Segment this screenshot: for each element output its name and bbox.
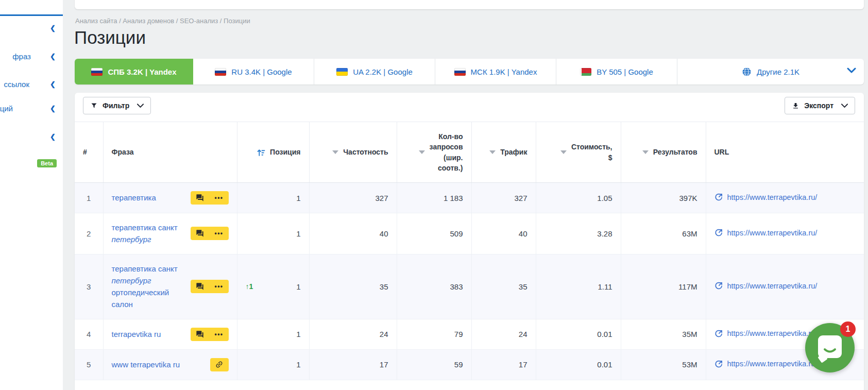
region-tab-label: UA 2.2K | Google <box>353 67 413 76</box>
sort-triangle-icon[interactable] <box>489 150 496 154</box>
column-header-url: URL <box>706 122 864 183</box>
sort-triangle-icon[interactable] <box>560 150 567 154</box>
badge-more-button[interactable]: ••• <box>210 191 229 205</box>
url-link[interactable]: https://www.terrapevtika.ru/ <box>714 281 818 290</box>
results-cell: 35M <box>621 319 706 349</box>
region-tab-label: Другие 2.1K <box>757 67 799 76</box>
phrase-link[interactable]: терапевтика санкт петербург ортопедическ… <box>112 263 186 311</box>
column-header-frequency[interactable]: Частотность <box>309 122 397 183</box>
row-number-cell: 1 <box>75 183 103 213</box>
column-header-label: Трафик <box>500 147 527 157</box>
chevron-down-icon[interactable] <box>847 67 856 74</box>
flag-ru-icon <box>454 68 466 76</box>
sidebar-item-label: фраз <box>12 52 31 61</box>
url-text: https://www.terrapevtika.ru/ <box>727 360 818 368</box>
region-tab[interactable]: МСК 1.9K | Yandex <box>435 59 556 84</box>
phrase-text: terrapevtika ru <box>112 330 161 338</box>
cost-cell: 3.28 <box>536 213 621 255</box>
chevron-down-icon <box>137 104 144 108</box>
sort-triangle-icon[interactable] <box>332 150 338 154</box>
cost-cell: 0.01 <box>536 319 621 349</box>
table-row: 4terrapevtika ru•••12479240.0135Mhttps:/… <box>75 319 864 349</box>
frequency-cell: 17 <box>309 349 397 380</box>
phrase-link[interactable]: www terrapevtika ru <box>112 359 206 370</box>
url-text: https://www.terrapevtika.ru/ <box>727 229 818 237</box>
region-tab-label: МСК 1.9K | Yandex <box>471 67 537 76</box>
phrase-link[interactable]: terrapevtika ru <box>112 328 186 340</box>
phrase-text: терапевтика санкт <box>112 264 178 273</box>
url-link[interactable]: https://www.terrapevtika.ru/ <box>714 360 818 368</box>
chain-link-icon <box>215 360 224 369</box>
region-tab-label: СПБ 3.2K | Yandex <box>108 67 176 76</box>
top-card-edge <box>75 0 864 9</box>
sidebar-item[interactable]: ссылок❮ <box>0 80 63 91</box>
url-link[interactable]: https://www.terrapevtika.ru/ <box>714 228 818 237</box>
sidebar-item[interactable]: ❮ <box>0 24 63 35</box>
phrase-link[interactable]: терапевтика <box>112 192 186 204</box>
export-button-label: Экспорт <box>804 101 833 110</box>
region-tab[interactable]: RU 3.4K | Google <box>193 59 314 84</box>
phrase-cell: терапевтика санкт петербург••• <box>103 213 237 255</box>
sort-triangle-icon[interactable] <box>419 150 425 154</box>
chevron-left-icon: ❮ <box>50 53 56 60</box>
phrase-cell: терапевтика••• <box>103 183 237 213</box>
chat-bubbles-icon <box>196 229 204 238</box>
sidebar-item[interactable]: ций❮ <box>0 104 63 115</box>
region-tab[interactable]: СПБ 3.2K | Yandex <box>75 59 193 84</box>
phrase-link[interactable]: терапевтика санкт петербург <box>112 222 186 246</box>
badge-link-button[interactable] <box>210 358 229 371</box>
phrase-actions: ••• <box>191 328 229 341</box>
sidebar-item[interactable]: фраз❮ <box>0 52 63 63</box>
column-header-results[interactable]: Результатов <box>621 122 706 183</box>
phrase-actions: ••• <box>191 191 229 205</box>
badge-comments-button[interactable] <box>191 227 210 240</box>
results-cell: 63M <box>621 213 706 255</box>
position-cell: ↑11 <box>237 254 309 319</box>
chat-widget-button[interactable]: 1 <box>805 323 855 372</box>
column-header-cost[interactable]: Стоимость, $ <box>536 122 621 183</box>
column-header-label: Стоимость, $ <box>571 142 612 163</box>
position-change-badge: ↑1 <box>246 282 253 291</box>
flag-ua-icon <box>336 68 348 76</box>
filter-button[interactable]: Фильтр <box>83 97 151 114</box>
position-cell: 1 <box>237 213 309 255</box>
badge-comments-button[interactable] <box>191 191 210 205</box>
export-button[interactable]: Экспорт <box>785 97 855 114</box>
traffic-cell: 40 <box>471 213 536 255</box>
chat-bubble-icon <box>818 335 842 358</box>
url-text: https://www.terrapevtika.ru/ <box>727 282 818 290</box>
sidebar-item-label: ций <box>0 104 13 113</box>
row-number-cell: 2 <box>75 213 103 255</box>
column-header-traffic[interactable]: Трафик <box>471 122 536 183</box>
row-number-cell: 4 <box>75 319 103 349</box>
badge-comments-button[interactable] <box>191 328 210 341</box>
url-link[interactable]: https://www.terrapevtika.ru/ <box>714 329 818 338</box>
sort-amount-icon[interactable] <box>257 148 265 157</box>
sidebar-item[interactable]: ❮ <box>0 132 63 144</box>
phrase-text: www terrapevtika ru <box>112 360 180 369</box>
phrase-text: терапевтика санкт <box>112 223 178 232</box>
badge-more-button[interactable]: ••• <box>210 328 229 341</box>
position-cell: 1 <box>237 183 309 213</box>
phrase-actions <box>210 358 229 371</box>
column-header-label: URL <box>714 147 729 157</box>
frequency-cell: 35 <box>309 254 397 319</box>
position-value: 1 <box>296 360 300 369</box>
column-header-position[interactable]: Позиция <box>237 122 309 183</box>
badge-more-button[interactable]: ••• <box>210 227 229 240</box>
results-cell: 397K <box>621 183 706 213</box>
globe-icon <box>742 67 752 77</box>
region-tab[interactable]: Другие 2.1K <box>677 59 864 84</box>
download-icon <box>792 102 799 110</box>
queries-cell: 79 <box>397 319 471 349</box>
region-tab[interactable]: UA 2.2K | Google <box>314 59 435 84</box>
badge-more-button[interactable]: ••• <box>210 280 229 293</box>
phrase-cell: терапевтика санкт петербург ортопедическ… <box>103 254 237 319</box>
column-header-queries[interactable]: Кол-во запросов (шир. соотв.) <box>397 122 471 183</box>
url-link[interactable]: https://www.terrapevtika.ru/ <box>714 193 818 201</box>
table-toolbar: Фильтр Экспорт <box>75 93 864 122</box>
url-text: https://www.terrapevtika.ru/ <box>727 193 818 201</box>
sort-triangle-icon[interactable] <box>642 150 649 154</box>
region-tab[interactable]: BY 505 | Google <box>556 59 677 84</box>
badge-comments-button[interactable] <box>191 280 210 293</box>
